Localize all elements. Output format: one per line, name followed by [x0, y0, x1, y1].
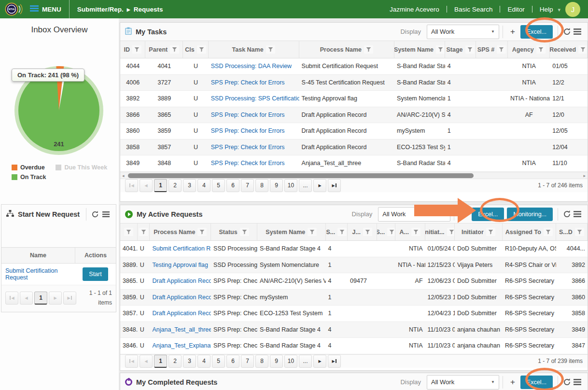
pager-page-9[interactable]: 9 [270, 355, 283, 368]
add-button[interactable]: + [506, 27, 519, 37]
filter-icon[interactable] [124, 228, 133, 236]
column-header[interactable]: A... [395, 223, 425, 240]
pager-page-4[interactable]: 4 [197, 179, 210, 192]
scrollbar-thumb[interactable] [128, 173, 474, 178]
column-header[interactable]: S...D [556, 223, 588, 240]
ntia-logo-icon[interactable]: NTIA [5, 1, 23, 17]
panel-menu-icon[interactable] [572, 28, 583, 35]
column-header[interactable]: Process Name [299, 41, 395, 58]
pager-page-10[interactable]: 10 [284, 355, 297, 368]
filter-icon[interactable] [266, 45, 275, 54]
filter-icon[interactable] [447, 228, 455, 236]
pager-page-2[interactable]: 2 [168, 355, 182, 368]
table-row[interactable]: 38603859USPS Prep: Check for ErrorsDraft… [120, 123, 588, 139]
column-header[interactable]: Status [211, 223, 257, 240]
table-row[interactable]: 38493848USPS Prep: Check for ErrorsAnjan… [120, 155, 588, 172]
display-select[interactable]: All Work ▼ [378, 207, 450, 222]
horizontal-scrollbar[interactable]: ◂ ▸ [120, 172, 588, 179]
pager-last-button[interactable]: ▶ [328, 355, 341, 368]
filter-icon[interactable] [578, 45, 588, 54]
pager-page-2[interactable]: 2 [168, 179, 182, 192]
panel-menu-icon[interactable] [572, 211, 583, 217]
column-header[interactable]: Received [550, 41, 588, 58]
table-row[interactable]: 40063727USPS Prep: Check for ErrorsS-45 … [120, 75, 588, 91]
table-row[interactable]: 38663865USPS Prep: Check for ErrorsDraft… [120, 107, 588, 124]
excel-button[interactable]: Excel... [472, 208, 504, 221]
filter-icon[interactable] [197, 45, 206, 54]
filter-icon[interactable] [132, 45, 141, 54]
table-row[interactable]: 38923889USSD Processing: SPS Certificati… [120, 91, 588, 107]
filter-icon[interactable] [436, 45, 445, 54]
filter-icon[interactable] [536, 45, 546, 54]
filter-icon[interactable] [486, 228, 495, 236]
pager-page-1[interactable]: 1 [154, 179, 167, 192]
pager-page-7[interactable]: 7 [241, 179, 254, 192]
monitoring-button[interactable]: Monitoring... [507, 208, 553, 221]
display-select[interactable]: All Work ▼ [427, 375, 499, 390]
pager-page-10[interactable]: 10 [284, 179, 297, 192]
add-button[interactable]: + [506, 377, 519, 388]
basic-search-link[interactable]: Basic Search [453, 6, 494, 13]
column-header[interactable]: Stage [445, 41, 476, 58]
column-header[interactable] [138, 223, 150, 240]
pager-next-button[interactable]: ▶ [49, 292, 62, 305]
pager-page-1[interactable]: 1 [154, 355, 167, 368]
excel-button[interactable]: Excel... [520, 376, 553, 389]
pager-first-button[interactable]: ◀ [125, 355, 138, 368]
filter-icon[interactable] [337, 228, 347, 236]
filter-icon[interactable] [364, 45, 373, 54]
pager-prev-button[interactable]: ◀ [140, 355, 153, 368]
column-header[interactable] [120, 223, 138, 240]
filter-icon[interactable] [240, 228, 249, 236]
filter-icon[interactable] [308, 228, 317, 236]
table-row[interactable]: 3865.UDraft Application RecordSPS Prep: … [120, 273, 588, 290]
pager-page-1[interactable]: 1 [34, 292, 47, 305]
pager-page-5[interactable]: 5 [212, 179, 225, 192]
display-select[interactable]: All Work ▼ [427, 25, 499, 39]
filter-icon[interactable] [465, 45, 475, 54]
pager-next-button[interactable]: ▶ [313, 355, 326, 368]
pager-page-...[interactable]: ... [299, 355, 312, 368]
editor-link[interactable]: Editor [506, 6, 525, 13]
filter-icon[interactable] [544, 228, 553, 236]
filter-icon[interactable] [170, 45, 179, 54]
pager-page-7[interactable]: 7 [241, 355, 254, 368]
pager-prev-button[interactable]: ◀ [140, 179, 153, 192]
filter-icon[interactable] [497, 45, 506, 54]
chevron-down-icon[interactable]: ▾ [558, 7, 560, 13]
menu-button[interactable]: MENU [30, 5, 61, 13]
pager-page-...[interactable]: ... [299, 179, 312, 192]
refresh-icon[interactable] [561, 28, 572, 36]
filter-icon[interactable] [411, 228, 420, 236]
pager-prev-button[interactable]: ◀ [20, 292, 33, 305]
request-type-link[interactable]: Submit Certification Request [5, 267, 57, 281]
column-header[interactable]: Agency [508, 41, 550, 58]
refresh-icon[interactable] [561, 210, 572, 218]
column-header[interactable]: Initiator [455, 223, 503, 240]
table-row[interactable]: 3859.UDraft Application RecordSPS Prep: … [120, 290, 588, 306]
pager-last-button[interactable]: ▶ [63, 292, 76, 305]
pager-page-8[interactable]: 8 [255, 179, 268, 192]
pager-first-button[interactable]: ◀ [125, 179, 138, 192]
refresh-icon[interactable] [90, 210, 100, 218]
pager-page-8[interactable]: 8 [255, 355, 268, 368]
column-header[interactable]: System Name [257, 223, 325, 240]
table-row[interactable]: 3889.UTesting Approval flagSSD Processin… [120, 257, 588, 274]
column-header[interactable]: Assigned To [503, 223, 556, 240]
legend-item-overdue[interactable]: Overdue [12, 164, 46, 171]
start-button[interactable]: Start [83, 267, 108, 281]
legend-item-due-this-week[interactable]: Due This Week [56, 164, 107, 171]
filter-icon[interactable] [363, 228, 372, 236]
pager-page-3[interactable]: 3 [183, 179, 196, 192]
user-name-link[interactable]: Jazmine Acevero [389, 6, 440, 13]
breadcrumb-section[interactable]: Submitter/Rep. [77, 6, 124, 13]
inbox-overview-pie-chart[interactable]: 241 On Track: 241 (98 %) [13, 65, 105, 156]
pager-next-button[interactable]: ▶ [313, 179, 326, 192]
table-row[interactable]: 3846.UAnjana_Test_ExplanationISPS Prep: … [120, 338, 588, 354]
pager-page-6[interactable]: 6 [226, 179, 239, 192]
column-header-name[interactable]: Name [1, 248, 75, 263]
pager-page-3[interactable]: 3 [183, 355, 196, 368]
breadcrumb-page[interactable]: Requests [134, 6, 163, 13]
table-row[interactable]: 3848.UAnjana_Test_all_threeSPS Prep: Che… [120, 322, 588, 338]
column-header-actions[interactable]: Actions [75, 248, 116, 263]
